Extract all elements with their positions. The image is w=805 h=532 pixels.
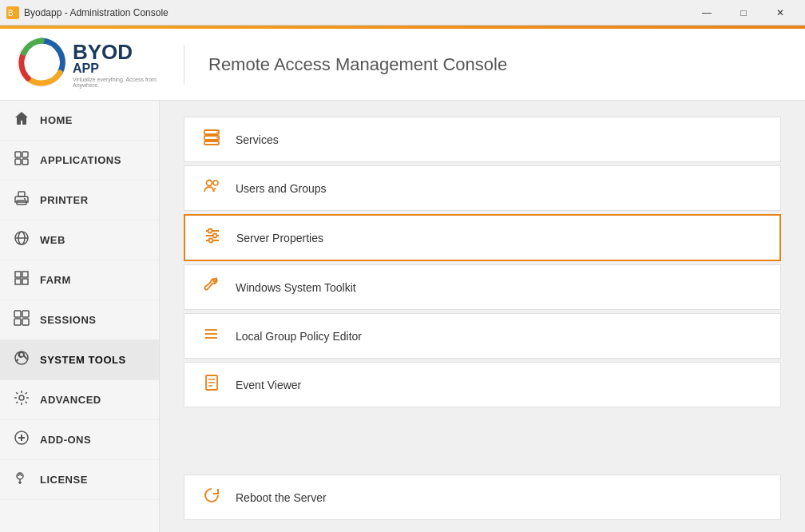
sessions-icon — [13, 310, 30, 330]
svg-text:B: B — [8, 9, 14, 18]
users-icon — [200, 177, 223, 199]
applications-icon — [13, 150, 30, 170]
svg-rect-19 — [14, 319, 21, 325]
add-ons-icon — [13, 430, 30, 450]
svg-point-26 — [17, 473, 23, 479]
logo-tagline: Virtualize everything. Access from Anywh… — [73, 77, 168, 88]
sidebar-item-license-label: LICENSE — [40, 474, 88, 486]
svg-point-45 — [205, 337, 207, 339]
svg-rect-5 — [15, 159, 21, 165]
menu-item-event-viewer[interactable]: Event Viewer — [184, 362, 781, 407]
title-bar: B Byodapp - Administration Console — □ ✕ — [0, 0, 805, 26]
sidebar-item-printer-label: PRINTER — [40, 194, 89, 206]
svg-point-39 — [209, 239, 213, 243]
sidebar-item-system-tools-label: SYSTEM TOOLS — [40, 354, 126, 366]
logo-area: BYOD APP Virtualize everything. Access f… — [16, 37, 168, 92]
svg-point-32 — [207, 181, 212, 186]
refresh-icon — [200, 486, 223, 508]
content-spacer — [184, 411, 781, 443]
svg-rect-8 — [18, 192, 25, 197]
svg-rect-6 — [22, 159, 28, 165]
header: BYOD APP Virtualize everything. Access f… — [0, 29, 805, 101]
sidebar-item-applications-label: APPLICATIONS — [40, 154, 121, 166]
svg-point-9 — [24, 198, 26, 200]
document-icon — [200, 374, 223, 395]
advanced-icon — [13, 390, 30, 410]
content-spacer-2 — [184, 443, 781, 474]
logo-text: BYOD — [73, 42, 168, 62]
sidebar-item-farm-label: FARM — [40, 274, 71, 286]
sidebar: HOME APPLICATIONS PRINTER WEB FARM — [0, 101, 160, 532]
sidebar-item-printer[interactable]: PRINTER — [0, 181, 159, 220]
maximize-button[interactable]: □ — [725, 0, 762, 26]
reboot-label: Reboot the Server — [236, 491, 327, 504]
sidebar-item-add-ons[interactable]: ADD-ONS — [0, 420, 159, 460]
license-icon — [13, 470, 30, 490]
svg-point-31 — [216, 137, 218, 139]
menu-item-users-groups[interactable]: Users and Groups — [184, 165, 781, 211]
header-divider — [184, 45, 184, 85]
svg-point-30 — [216, 132, 218, 133]
wrench-icon — [200, 276, 223, 298]
web-icon — [13, 230, 30, 250]
users-groups-label: Users and Groups — [236, 182, 327, 195]
logo — [16, 37, 68, 92]
svg-point-33 — [213, 181, 218, 185]
app-icon: B — [6, 6, 19, 19]
printer-icon — [13, 190, 30, 210]
services-icon — [200, 129, 223, 150]
sidebar-item-add-ons-label: ADD-ONS — [40, 434, 91, 446]
sidebar-item-advanced[interactable]: ADVANCED — [0, 380, 159, 420]
logo-app: APP — [73, 62, 168, 75]
sidebar-item-web-label: WEB — [40, 234, 65, 246]
content-area: Services Users and Groups Server Propert… — [160, 101, 805, 532]
main-layout: HOME APPLICATIONS PRINTER WEB FARM — [0, 101, 805, 532]
sidebar-item-home[interactable]: HOME — [0, 101, 159, 141]
sidebar-item-farm[interactable]: FARM — [0, 260, 159, 300]
svg-rect-18 — [22, 311, 29, 317]
svg-rect-13 — [15, 272, 21, 277]
minimize-button[interactable]: — — [688, 0, 725, 26]
sidebar-item-home-label: HOME — [40, 114, 73, 126]
svg-point-22 — [19, 395, 24, 400]
system-tools-icon — [13, 350, 30, 370]
home-icon — [13, 110, 30, 130]
svg-rect-14 — [22, 272, 28, 277]
svg-point-43 — [205, 329, 207, 331]
app-title: Remote Access Management Console — [208, 54, 507, 75]
server-properties-label: Server Properties — [236, 232, 323, 244]
svg-rect-17 — [14, 311, 21, 317]
svg-rect-29 — [204, 141, 219, 145]
group-policy-label: Local Group Policy Editor — [236, 330, 362, 343]
close-button[interactable]: ✕ — [762, 0, 799, 26]
windows-toolkit-label: Windows System Toolkit — [236, 281, 356, 294]
sidebar-item-web[interactable]: WEB — [0, 220, 159, 260]
svg-rect-15 — [15, 279, 21, 284]
svg-point-37 — [208, 229, 212, 233]
svg-rect-3 — [15, 152, 21, 157]
sidebar-item-license[interactable]: LICENSE — [0, 460, 159, 500]
list-icon — [200, 325, 223, 347]
menu-item-server-properties[interactable]: Server Properties — [184, 214, 781, 261]
menu-item-group-policy[interactable]: Local Group Policy Editor — [184, 313, 781, 359]
svg-point-44 — [205, 333, 207, 335]
sidebar-item-sessions[interactable]: SESSIONS — [0, 300, 159, 340]
sidebar-item-advanced-label: ADVANCED — [40, 394, 101, 406]
event-viewer-label: Event Viewer — [236, 379, 301, 391]
menu-item-reboot[interactable]: Reboot the Server — [184, 474, 781, 520]
sidebar-item-sessions-label: SESSIONS — [40, 314, 96, 326]
svg-rect-16 — [22, 279, 28, 284]
menu-item-services[interactable]: Services — [184, 117, 781, 162]
sliders-icon — [201, 227, 224, 248]
svg-rect-4 — [22, 152, 28, 157]
svg-point-38 — [213, 234, 217, 238]
svg-rect-20 — [22, 319, 29, 325]
window-controls[interactable]: — □ ✕ — [688, 0, 799, 26]
menu-item-windows-toolkit[interactable]: Windows System Toolkit — [184, 264, 781, 310]
window-title: Byodapp - Administration Console — [24, 7, 688, 18]
services-label: Services — [236, 133, 279, 146]
sidebar-item-system-tools[interactable]: SYSTEM TOOLS — [0, 340, 159, 380]
farm-icon — [13, 270, 30, 290]
sidebar-item-applications[interactable]: APPLICATIONS — [0, 141, 159, 181]
